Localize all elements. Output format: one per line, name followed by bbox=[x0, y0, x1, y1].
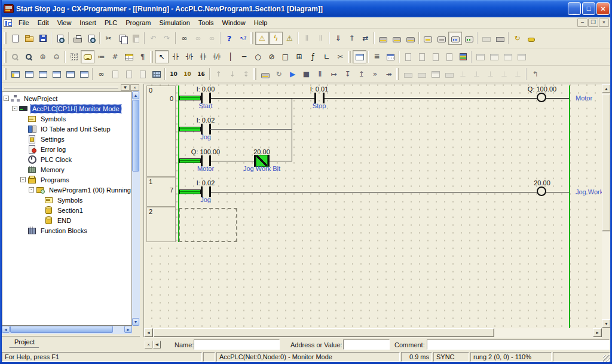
sim-run-button[interactable]: ▶ bbox=[286, 68, 299, 81]
save-button[interactable] bbox=[36, 32, 50, 45]
menu-plc[interactable]: PLC bbox=[100, 18, 121, 28]
new-fb-parameter-button[interactable]: ∟ bbox=[320, 50, 333, 63]
program-mode-button[interactable] bbox=[421, 32, 434, 45]
tree-collapse-icon[interactable]: - bbox=[12, 106, 17, 111]
rung-margin-0[interactable]: 0 0 bbox=[146, 85, 176, 177]
scroll-thumb[interactable] bbox=[154, 328, 494, 337]
toolbar-grip[interactable] bbox=[4, 68, 7, 80]
show-comments-button[interactable] bbox=[81, 50, 94, 63]
scroll-up-icon[interactable]: ▲ bbox=[602, 84, 611, 93]
mdi-document-icon[interactable] bbox=[4, 19, 12, 27]
new-contact-button[interactable]: ┤├ bbox=[169, 50, 182, 63]
new-fb-invoke-button[interactable]: ƒ bbox=[306, 50, 320, 63]
new-inverted-instruction-button[interactable]: ⊞ bbox=[292, 50, 306, 63]
mdi-restore-button[interactable]: ❒ bbox=[588, 19, 598, 27]
sim-stop-button[interactable]: ■ bbox=[299, 68, 313, 81]
cut-button[interactable]: ✂ bbox=[102, 32, 115, 45]
tree-item-newproject[interactable]: -NewProject bbox=[2, 93, 131, 103]
zoom-out-button[interactable]: ⊖ bbox=[50, 50, 63, 63]
tree-item-symbols[interactable]: Symbols bbox=[2, 114, 131, 124]
address-reference-button[interactable] bbox=[63, 68, 77, 81]
tree-item-error-log[interactable]: Error log bbox=[2, 144, 131, 154]
section-list-button[interactable] bbox=[108, 68, 122, 81]
symbol-table-button[interactable] bbox=[122, 50, 136, 63]
mdi-close-button[interactable]: × bbox=[599, 19, 609, 27]
scroll-thumb[interactable] bbox=[10, 326, 113, 333]
toolbar-grip[interactable] bbox=[253, 68, 256, 80]
tree-item-end[interactable]: END bbox=[2, 215, 131, 225]
toggle-grid-button[interactable] bbox=[67, 50, 81, 63]
menu-simulation[interactable]: Simulation bbox=[155, 18, 194, 28]
program-check-button[interactable] bbox=[353, 50, 366, 63]
redo-button[interactable]: ↷ bbox=[160, 32, 174, 45]
name-input[interactable] bbox=[194, 339, 280, 350]
scroll-left-icon[interactable]: ◄ bbox=[144, 328, 153, 337]
fb-update-button[interactable] bbox=[429, 50, 442, 63]
select-mode-button[interactable]: ↖ bbox=[155, 50, 169, 63]
sim-scan-run-button[interactable]: ↠ bbox=[382, 68, 396, 81]
menu-edit[interactable]: Edit bbox=[33, 18, 53, 28]
tree-item-programs[interactable]: -Programs bbox=[2, 175, 131, 185]
pause-button[interactable]: Ⅱ bbox=[314, 32, 328, 45]
strip-collapse-button[interactable]: ◄ bbox=[153, 341, 161, 348]
compile-button[interactable]: ≣ bbox=[370, 50, 384, 63]
print-button[interactable] bbox=[71, 32, 84, 45]
find-in-project-button[interactable]: ∞ bbox=[94, 68, 108, 81]
toolbar-grip[interactable] bbox=[348, 51, 351, 63]
print-preview-button[interactable] bbox=[84, 32, 98, 45]
transfer-to-plc-button[interactable]: ⇓ bbox=[331, 32, 345, 45]
sim-step-run-button[interactable]: ↦ bbox=[327, 68, 341, 81]
tree-item-io-table-and-unit-setup[interactable]: IO Table and Unit Setup bbox=[2, 124, 131, 134]
run-mode-button[interactable] bbox=[462, 32, 476, 45]
radix-hex-button[interactable]: 16 bbox=[194, 68, 208, 81]
monitor-button[interactable] bbox=[376, 32, 390, 45]
tree-item-accplc-cp1h-monitor-mode[interactable]: -AccPLC[CP1H] Monitor Mode bbox=[2, 103, 131, 114]
panel-close-button[interactable]: × bbox=[130, 84, 139, 91]
new-button[interactable] bbox=[8, 32, 22, 45]
tree-item-settings[interactable]: Settings bbox=[2, 134, 131, 144]
retrace-button[interactable]: ↰ bbox=[528, 68, 542, 81]
delete-line-button[interactable]: ✂ bbox=[333, 50, 347, 63]
toolbar-grip[interactable] bbox=[150, 51, 153, 63]
close-button[interactable]: × bbox=[596, 2, 610, 15]
coil-motor[interactable] bbox=[537, 93, 546, 102]
rack-4-button[interactable]: ⊥ bbox=[497, 68, 511, 81]
tree-horizontal-scrollbar[interactable]: ◄ ► bbox=[2, 326, 132, 334]
zoom-region-button[interactable] bbox=[22, 50, 36, 63]
toolbar-grip[interactable] bbox=[396, 68, 399, 80]
monitor-layout-button[interactable]: ¶ bbox=[136, 50, 149, 63]
watch-window-3-button[interactable] bbox=[501, 50, 515, 63]
minimize-button[interactable]: _ bbox=[568, 2, 581, 15]
menu-program[interactable]: Program bbox=[121, 18, 155, 28]
panel-dropdown-button[interactable]: ▼ bbox=[121, 84, 130, 91]
rung-margin-2[interactable]: 2 bbox=[146, 207, 176, 242]
comment-input[interactable] bbox=[427, 339, 610, 350]
toolbar-grip[interactable] bbox=[4, 51, 7, 63]
menu-insert[interactable]: Insert bbox=[75, 18, 100, 28]
help-button[interactable]: ? bbox=[222, 32, 236, 45]
force-on-button[interactable] bbox=[479, 32, 493, 45]
coil-jog-work-bit[interactable] bbox=[537, 186, 546, 196]
project-workspace-button[interactable] bbox=[8, 68, 22, 81]
scroll-thumb[interactable] bbox=[132, 100, 139, 172]
sim-step-out-button[interactable]: ↥ bbox=[354, 68, 368, 81]
tree-item-newprogram1-00-running[interactable]: -NewProgram1 (00) Running bbox=[2, 185, 131, 195]
rack-1-button[interactable]: ⊥ bbox=[456, 68, 470, 81]
undo-button[interactable]: ↶ bbox=[146, 32, 160, 45]
new-or-closed-contact-button[interactable]: ╡/╞ bbox=[210, 50, 224, 63]
ladder-cursor[interactable] bbox=[179, 208, 237, 242]
output-window-button[interactable] bbox=[22, 68, 36, 81]
differentiate-button[interactable] bbox=[524, 32, 538, 45]
pause-monitoring-button[interactable]: Ⅱ bbox=[300, 32, 314, 45]
section-up-button[interactable] bbox=[122, 68, 136, 81]
copy-button[interactable] bbox=[115, 32, 129, 45]
watch-window-button[interactable] bbox=[36, 68, 50, 81]
set-values-button[interactable]: ↻ bbox=[510, 32, 524, 45]
fb-instance-button[interactable] bbox=[415, 50, 429, 63]
fb-edit-button[interactable] bbox=[401, 50, 415, 63]
fb-library-button[interactable] bbox=[442, 50, 456, 63]
sim-step-in-button[interactable]: ↧ bbox=[341, 68, 354, 81]
show-error-log-button[interactable]: ⚠ bbox=[255, 32, 269, 45]
cross-reference-button[interactable] bbox=[50, 68, 63, 81]
compare-with-plc-button[interactable]: ⇄ bbox=[359, 32, 372, 45]
